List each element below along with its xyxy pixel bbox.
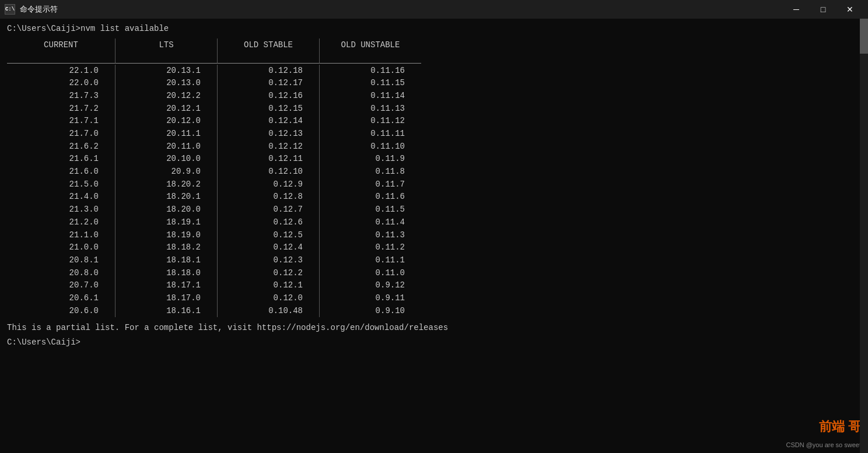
cell-lts: 20.12.2 [115, 90, 217, 103]
cell-old-unstable: 0.9.10 [319, 305, 421, 318]
table-row: 21.2.0 18.19.1 0.12.6 0.11.4 [7, 216, 861, 229]
header-current: CURRENT [7, 38, 115, 51]
window-controls: ─ □ ✕ [783, 0, 863, 19]
cell-lts: 18.20.2 [115, 178, 217, 191]
table-row: 20.8.0 18.18.0 0.12.2 0.11.0 [7, 267, 861, 280]
cell-old-stable: 0.12.4 [217, 241, 319, 254]
cell-old-unstable: 0.11.4 [319, 216, 421, 229]
partial-note: This is a partial list. For a complete l… [7, 322, 861, 334]
cell-old-unstable: 0.9.11 [319, 292, 421, 305]
header-old-unstable: OLD UNSTABLE [319, 38, 421, 51]
cell-old-unstable: 0.11.12 [319, 115, 421, 128]
scrollbar[interactable] [860, 19, 868, 453]
cell-old-stable: 0.12.5 [217, 229, 319, 242]
table-row: 22.0.0 20.13.0 0.12.17 0.11.15 [7, 77, 861, 90]
maximize-button[interactable]: □ [810, 0, 836, 19]
cell-old-unstable: 0.11.15 [319, 77, 421, 90]
cell-lts: 20.13.0 [115, 77, 217, 90]
header-lts: LTS [115, 38, 217, 51]
cell-lts: 18.20.0 [115, 203, 217, 216]
cell-current: 21.5.0 [7, 178, 115, 191]
scrollbar-thumb[interactable] [860, 19, 868, 54]
prompt-line2: C:\Users\Caiji> [7, 338, 861, 347]
terminal-body[interactable]: C:\Users\Caiji>nvm list available CURREN… [0, 19, 868, 453]
cell-old-stable: 0.12.8 [217, 191, 319, 203]
cell-current: 21.7.3 [7, 90, 115, 103]
cell-old-unstable: 0.11.3 [319, 229, 421, 242]
cell-old-unstable: 0.11.13 [319, 103, 421, 115]
cell-old-stable: 0.10.48 [217, 305, 319, 318]
cell-old-unstable: 0.11.0 [319, 267, 421, 280]
table-divider [7, 51, 861, 64]
cell-old-unstable: 0.9.12 [319, 279, 421, 292]
terminal-window: C:\ 命令提示符 ─ □ ✕ C:\Users\Caiji>nvm list … [0, 0, 868, 453]
table-row: 20.8.1 18.18.1 0.12.3 0.11.1 [7, 254, 861, 267]
table-row: 21.1.0 18.19.0 0.12.5 0.11.3 [7, 229, 861, 242]
cell-old-stable: 0.12.18 [217, 65, 319, 78]
cell-current: 21.3.0 [7, 203, 115, 216]
table-row: 21.6.2 20.11.0 0.12.12 0.11.10 [7, 141, 861, 153]
watermark-csdn: CSDN @you are so sweet [786, 441, 861, 448]
table-row: 21.7.2 20.12.1 0.12.15 0.11.13 [7, 103, 861, 115]
cell-old-stable: 0.12.14 [217, 115, 319, 128]
command-line: C:\Users\Caiji>nvm list available [7, 23, 861, 35]
cell-old-stable: 0.12.15 [217, 103, 319, 115]
cell-current: 20.7.0 [7, 279, 115, 292]
table-row: 21.6.1 20.10.0 0.12.11 0.11.9 [7, 153, 861, 166]
cell-old-unstable: 0.11.7 [319, 178, 421, 191]
cell-current: 21.7.2 [7, 103, 115, 115]
window-title: 命令提示符 [20, 4, 783, 15]
cell-lts: 20.11.0 [115, 141, 217, 153]
table-row: 22.1.0 20.13.1 0.12.18 0.11.16 [7, 65, 861, 78]
cell-old-unstable: 0.11.16 [319, 65, 421, 78]
cell-current: 22.0.0 [7, 77, 115, 90]
cell-old-unstable: 0.11.14 [319, 90, 421, 103]
cell-old-unstable: 0.11.1 [319, 254, 421, 267]
table-row: 20.6.1 18.17.0 0.12.0 0.9.11 [7, 292, 861, 305]
title-bar: C:\ 命令提示符 ─ □ ✕ [0, 0, 868, 19]
cell-lts: 20.11.1 [115, 128, 217, 141]
close-button[interactable]: ✕ [836, 0, 863, 19]
table-row: 21.7.1 20.12.0 0.12.14 0.11.12 [7, 115, 861, 128]
minimize-button[interactable]: ─ [783, 0, 810, 19]
cell-lts: 18.20.1 [115, 191, 217, 203]
cell-old-stable: 0.12.16 [217, 90, 319, 103]
cell-current: 20.6.1 [7, 292, 115, 305]
cell-old-stable: 0.12.3 [217, 254, 319, 267]
table-header: CURRENT LTS OLD STABLE OLD UNSTABLE [7, 38, 861, 51]
table-row: 21.0.0 18.18.2 0.12.4 0.11.2 [7, 241, 861, 254]
cell-lts: 20.12.0 [115, 115, 217, 128]
cell-lts: 18.18.1 [115, 254, 217, 267]
cell-current: 20.8.0 [7, 267, 115, 280]
cell-current: 21.0.0 [7, 241, 115, 254]
cell-current: 21.7.0 [7, 128, 115, 141]
cell-lts: 18.17.0 [115, 292, 217, 305]
cell-lts: 18.17.1 [115, 279, 217, 292]
cell-old-stable: 0.12.1 [217, 279, 319, 292]
table-row: 21.3.0 18.20.0 0.12.7 0.11.5 [7, 203, 861, 216]
table-row: 21.7.3 20.12.2 0.12.16 0.11.14 [7, 90, 861, 103]
cell-current: 21.7.1 [7, 115, 115, 128]
table-row: 21.4.0 18.20.1 0.12.8 0.11.6 [7, 191, 861, 203]
cell-old-stable: 0.12.11 [217, 153, 319, 166]
cell-lts: 20.9.0 [115, 166, 217, 178]
cell-old-stable: 0.12.0 [217, 292, 319, 305]
watermark-main: 前端 哥 [819, 418, 861, 436]
table-row: 20.7.0 18.17.1 0.12.1 0.9.12 [7, 279, 861, 292]
table-row: 21.6.0 20.9.0 0.12.10 0.11.8 [7, 166, 861, 178]
header-old-stable: OLD STABLE [217, 38, 319, 51]
cell-old-stable: 0.12.10 [217, 166, 319, 178]
cell-old-stable: 0.12.7 [217, 203, 319, 216]
cell-current: 20.8.1 [7, 254, 115, 267]
cell-lts: 20.13.1 [115, 65, 217, 78]
cell-old-unstable: 0.11.8 [319, 166, 421, 178]
cell-old-unstable: 0.11.11 [319, 128, 421, 141]
table-row: 21.5.0 18.20.2 0.12.9 0.11.7 [7, 178, 861, 191]
cell-current: 21.6.0 [7, 166, 115, 178]
cell-old-stable: 0.12.12 [217, 141, 319, 153]
cell-lts: 18.18.0 [115, 267, 217, 280]
cell-old-unstable: 0.11.10 [319, 141, 421, 153]
cell-old-unstable: 0.11.5 [319, 203, 421, 216]
cell-current: 21.2.0 [7, 216, 115, 229]
app-icon: C:\ [5, 4, 15, 15]
